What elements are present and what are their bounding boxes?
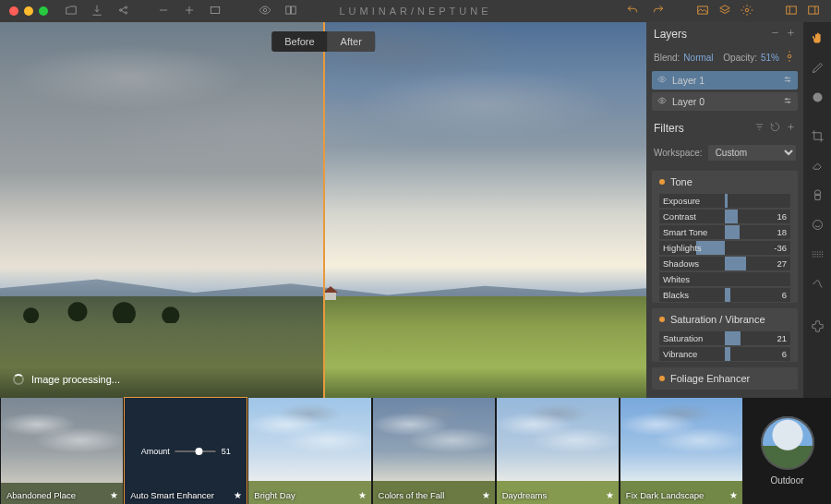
before-button[interactable]: Before — [271, 31, 327, 52]
open-icon[interactable] — [65, 4, 78, 18]
spinner-icon — [13, 374, 24, 385]
favorite-icon[interactable]: ★ — [606, 490, 614, 500]
gradient-tool-icon[interactable] — [809, 89, 825, 105]
sidebar-left-icon[interactable] — [785, 4, 798, 18]
svg-point-12 — [661, 100, 664, 102]
layers-panel-icon[interactable] — [718, 4, 731, 18]
svg-rect-6 — [787, 6, 797, 14]
preset-auto-smart-enhancer[interactable]: Amount51Auto Smart Enhancer★ — [125, 398, 247, 504]
clone-tool-icon[interactable] — [809, 186, 825, 203]
collapse-icon[interactable] — [765, 28, 780, 41]
add-filter-icon[interactable] — [780, 122, 796, 135]
erase-tool-icon[interactable] — [809, 157, 825, 174]
layer-options-icon[interactable] — [783, 96, 792, 107]
denoise-tool-icon[interactable] — [809, 216, 825, 233]
layer-settings-icon[interactable] — [783, 50, 796, 65]
preset-thumb — [373, 398, 495, 504]
filter-name: Saturation / Vibrance — [670, 314, 765, 325]
slider-vibrance[interactable]: Vibrance6 — [652, 346, 798, 362]
toolbar-right — [626, 4, 831, 18]
filter-group: ToneExposureContrast16Smart Tone18Highli… — [652, 171, 798, 303]
sidebar-right-icon[interactable] — [807, 4, 820, 18]
preset-name: Abandoned Place — [6, 490, 76, 500]
zoom-in-icon[interactable] — [183, 4, 196, 18]
filter-group: Foliage Enhancer — [652, 367, 798, 390]
image-panel-icon[interactable] — [696, 4, 709, 18]
preview-image — [0, 22, 646, 398]
tool-iconbar — [803, 22, 831, 398]
canvas[interactable]: Before After Image processing... — [0, 22, 646, 398]
preset-abandoned-place[interactable]: Abandoned Place★ — [1, 398, 123, 504]
slider-shadows[interactable]: Shadows27 — [652, 256, 798, 271]
redo-icon[interactable] — [652, 4, 665, 18]
filter-name: Tone — [670, 176, 692, 187]
favorite-icon[interactable]: ★ — [234, 490, 242, 500]
app-title: LUMINAR/NEPTUNE — [339, 6, 491, 17]
curves-tool-icon[interactable] — [809, 275, 825, 292]
svg-point-16 — [813, 220, 822, 229]
plugin-tool-icon[interactable] — [809, 318, 825, 334]
layer-options-icon[interactable] — [783, 75, 792, 86]
zoom-out-icon[interactable] — [157, 4, 170, 18]
opacity-value[interactable]: 51% — [761, 53, 779, 63]
after-button[interactable]: After — [328, 31, 375, 52]
visibility-icon[interactable] — [657, 96, 667, 107]
preset-fix-dark-landscape[interactable]: Fix Dark Landscape★ — [620, 398, 742, 504]
hand-tool-icon[interactable] — [809, 30, 825, 46]
slider-contrast[interactable]: Contrast16 — [652, 209, 798, 224]
compare-divider[interactable] — [323, 22, 325, 398]
workspace-select[interactable]: Custom — [708, 145, 796, 161]
filter-group-title[interactable]: Saturation / Vibrance — [652, 308, 798, 330]
crop-tool-icon[interactable] — [809, 127, 825, 144]
svg-rect-0 — [211, 7, 219, 14]
undo-icon[interactable] — [626, 4, 639, 18]
preset-colors-of-the-fall[interactable]: Colors of the Fall★ — [373, 398, 495, 504]
filter-group-title[interactable]: Tone — [652, 171, 798, 193]
preset-category[interactable]: Outdoor — [743, 398, 831, 504]
preset-name: Auto Smart Enhancer — [130, 490, 214, 500]
layer-item[interactable]: Layer 1 — [652, 71, 798, 90]
preset-name: Daydreams — [502, 490, 548, 500]
filter-settings-icon[interactable] — [749, 122, 765, 135]
fit-icon[interactable] — [209, 4, 222, 18]
filter-reset-icon[interactable] — [765, 122, 780, 135]
slider-highlights[interactable]: Highlights-36 — [652, 240, 798, 256]
slider-whites[interactable]: Whites — [652, 271, 798, 287]
toolbar-view — [259, 4, 297, 18]
slider-exposure[interactable]: Exposure — [652, 193, 798, 209]
brush-tool-icon[interactable] — [809, 59, 825, 76]
filters-header: Filters — [646, 116, 803, 140]
maximize-window-icon[interactable] — [39, 6, 48, 16]
compare-toggle: Before After — [271, 31, 375, 52]
add-layer-icon[interactable] — [780, 28, 796, 41]
visibility-icon[interactable] — [657, 75, 667, 86]
processing-label: Image processing... — [31, 374, 120, 385]
transform-tool-icon[interactable] — [809, 246, 825, 262]
filter-active-dot — [659, 179, 665, 185]
slider-saturation[interactable]: Saturation21 — [652, 330, 798, 346]
slider-smart-tone[interactable]: Smart Tone18 — [652, 224, 798, 240]
preset-daydreams[interactable]: Daydreams★ — [497, 398, 619, 504]
filter-active-dot — [659, 376, 665, 381]
preset-amount[interactable]: Amount51 — [141, 447, 231, 456]
toolbar-left — [65, 4, 129, 18]
preset-thumb — [248, 398, 370, 504]
eye-icon[interactable] — [259, 4, 271, 18]
svg-point-8 — [788, 54, 791, 58]
export-icon[interactable] — [90, 4, 103, 18]
filter-group-title[interactable]: Foliage Enhancer — [652, 367, 798, 390]
favorite-icon[interactable]: ★ — [110, 490, 118, 500]
compare-icon[interactable] — [284, 4, 297, 18]
minimize-window-icon[interactable] — [24, 6, 33, 16]
favorite-icon[interactable]: ★ — [482, 490, 490, 500]
layer-item[interactable]: Layer 0 — [652, 92, 798, 111]
blend-mode[interactable]: Normal — [683, 53, 713, 63]
close-window-icon[interactable] — [9, 6, 18, 16]
slider-blacks[interactable]: Blacks6 — [652, 287, 798, 303]
preset-bright-day[interactable]: Bright Day★ — [248, 398, 370, 504]
window-controls — [0, 6, 48, 16]
favorite-icon[interactable]: ★ — [358, 490, 367, 500]
share-icon[interactable] — [116, 4, 129, 18]
favorite-icon[interactable]: ★ — [729, 490, 738, 500]
gear-icon[interactable] — [741, 4, 753, 18]
